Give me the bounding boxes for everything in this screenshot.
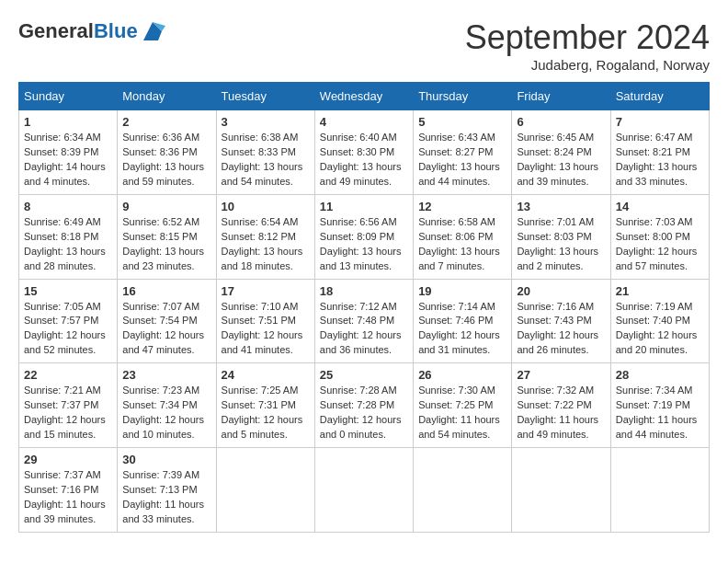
day-number: 11 xyxy=(320,200,408,213)
day-number: 20 xyxy=(517,284,605,298)
calendar-cell xyxy=(414,448,512,533)
calendar-cell xyxy=(512,448,610,533)
day-info: Sunrise: 7:14 AM Sunset: 7:46 PM Dayligh… xyxy=(418,300,506,359)
calendar-table: SundayMondayTuesdayWednesdayThursdayFrid… xyxy=(18,82,710,533)
day-info: Sunrise: 6:40 AM Sunset: 8:30 PM Dayligh… xyxy=(320,131,408,190)
day-info: Sunrise: 6:43 AM Sunset: 8:27 PM Dayligh… xyxy=(418,131,506,190)
day-info: Sunrise: 7:03 AM Sunset: 8:00 PM Dayligh… xyxy=(616,215,704,274)
day-number: 26 xyxy=(418,368,506,382)
day-info: Sunrise: 7:10 AM Sunset: 7:51 PM Dayligh… xyxy=(222,300,310,359)
day-number: 13 xyxy=(517,200,605,213)
calendar-week-row: 1Sunrise: 6:34 AM Sunset: 8:39 PM Daylig… xyxy=(19,110,710,195)
calendar-week-row: 15Sunrise: 7:05 AM Sunset: 7:57 PM Dayli… xyxy=(19,279,710,363)
calendar-cell: 16Sunrise: 7:07 AM Sunset: 7:54 PM Dayli… xyxy=(118,279,216,363)
day-info: Sunrise: 6:38 AM Sunset: 8:33 PM Dayligh… xyxy=(222,131,310,190)
weekday-header-sunday: Sunday xyxy=(19,83,118,110)
calendar-cell: 3Sunrise: 6:38 AM Sunset: 8:33 PM Daylig… xyxy=(216,110,314,195)
day-number: 24 xyxy=(222,368,310,382)
day-info: Sunrise: 6:49 AM Sunset: 8:18 PM Dayligh… xyxy=(24,215,112,274)
day-info: Sunrise: 7:01 AM Sunset: 8:03 PM Dayligh… xyxy=(517,215,605,274)
day-info: Sunrise: 6:34 AM Sunset: 8:39 PM Dayligh… xyxy=(24,131,112,190)
calendar-cell: 10Sunrise: 6:54 AM Sunset: 8:12 PM Dayli… xyxy=(216,194,314,279)
logo-blue: Blue xyxy=(94,19,138,42)
day-info: Sunrise: 7:05 AM Sunset: 7:57 PM Dayligh… xyxy=(24,300,112,359)
day-number: 30 xyxy=(122,453,210,466)
calendar-cell: 24Sunrise: 7:25 AM Sunset: 7:31 PM Dayli… xyxy=(216,363,314,448)
day-info: Sunrise: 6:36 AM Sunset: 8:36 PM Dayligh… xyxy=(122,131,210,190)
day-info: Sunrise: 6:47 AM Sunset: 8:21 PM Dayligh… xyxy=(616,131,704,190)
calendar-cell: 7Sunrise: 6:47 AM Sunset: 8:21 PM Daylig… xyxy=(610,110,709,195)
calendar-cell: 19Sunrise: 7:14 AM Sunset: 7:46 PM Dayli… xyxy=(414,279,512,363)
logo: GeneralBlue xyxy=(18,18,165,44)
day-number: 17 xyxy=(222,284,310,298)
calendar-cell: 28Sunrise: 7:34 AM Sunset: 7:19 PM Dayli… xyxy=(610,363,709,448)
calendar-header-row: SundayMondayTuesdayWednesdayThursdayFrid… xyxy=(19,83,710,110)
day-number: 23 xyxy=(122,368,210,382)
day-info: Sunrise: 7:12 AM Sunset: 7:48 PM Dayligh… xyxy=(320,300,408,359)
day-number: 14 xyxy=(616,200,704,213)
calendar-cell xyxy=(314,448,413,533)
day-number: 2 xyxy=(122,115,210,129)
calendar-cell: 5Sunrise: 6:43 AM Sunset: 8:27 PM Daylig… xyxy=(414,110,512,195)
page-header: GeneralBlue September 2024 Judaberg, Rog… xyxy=(18,18,710,73)
day-number: 8 xyxy=(24,200,112,213)
calendar-cell: 14Sunrise: 7:03 AM Sunset: 8:00 PM Dayli… xyxy=(610,194,709,279)
weekday-header-tuesday: Tuesday xyxy=(216,83,314,110)
day-info: Sunrise: 7:32 AM Sunset: 7:22 PM Dayligh… xyxy=(517,384,605,442)
calendar-cell: 18Sunrise: 7:12 AM Sunset: 7:48 PM Dayli… xyxy=(314,279,413,363)
day-info: Sunrise: 7:25 AM Sunset: 7:31 PM Dayligh… xyxy=(222,384,310,442)
month-title: September 2024 xyxy=(465,18,710,57)
calendar-cell: 22Sunrise: 7:21 AM Sunset: 7:37 PM Dayli… xyxy=(19,363,118,448)
calendar-cell: 17Sunrise: 7:10 AM Sunset: 7:51 PM Dayli… xyxy=(216,279,314,363)
logo-icon xyxy=(140,18,165,44)
calendar-cell: 25Sunrise: 7:28 AM Sunset: 7:28 PM Dayli… xyxy=(314,363,413,448)
calendar-cell: 20Sunrise: 7:16 AM Sunset: 7:43 PM Dayli… xyxy=(512,279,610,363)
day-number: 22 xyxy=(24,368,112,382)
calendar-cell: 8Sunrise: 6:49 AM Sunset: 8:18 PM Daylig… xyxy=(19,194,118,279)
weekday-header-friday: Friday xyxy=(512,83,610,110)
day-number: 12 xyxy=(418,200,506,213)
day-number: 18 xyxy=(320,284,408,298)
day-number: 10 xyxy=(222,200,310,213)
location-subtitle: Judaberg, Rogaland, Norway xyxy=(465,57,710,73)
day-number: 21 xyxy=(616,284,704,298)
day-number: 29 xyxy=(24,453,112,466)
day-info: Sunrise: 7:07 AM Sunset: 7:54 PM Dayligh… xyxy=(122,300,210,359)
day-info: Sunrise: 7:39 AM Sunset: 7:13 PM Dayligh… xyxy=(122,468,210,527)
day-info: Sunrise: 7:23 AM Sunset: 7:34 PM Dayligh… xyxy=(122,384,210,442)
day-number: 7 xyxy=(616,115,704,129)
logo-general: General xyxy=(18,19,94,42)
title-block: September 2024 Judaberg, Rogaland, Norwa… xyxy=(465,18,710,73)
day-number: 25 xyxy=(320,368,408,382)
day-number: 27 xyxy=(517,368,605,382)
day-info: Sunrise: 7:21 AM Sunset: 7:37 PM Dayligh… xyxy=(24,384,112,442)
calendar-week-row: 29Sunrise: 7:37 AM Sunset: 7:16 PM Dayli… xyxy=(19,448,710,533)
weekday-header-wednesday: Wednesday xyxy=(314,83,413,110)
day-number: 3 xyxy=(222,115,310,129)
day-info: Sunrise: 6:54 AM Sunset: 8:12 PM Dayligh… xyxy=(222,215,310,274)
day-number: 16 xyxy=(122,284,210,298)
calendar-cell: 9Sunrise: 6:52 AM Sunset: 8:15 PM Daylig… xyxy=(118,194,216,279)
calendar-cell: 27Sunrise: 7:32 AM Sunset: 7:22 PM Dayli… xyxy=(512,363,610,448)
day-info: Sunrise: 7:37 AM Sunset: 7:16 PM Dayligh… xyxy=(24,468,112,527)
day-number: 15 xyxy=(24,284,112,298)
calendar-cell: 1Sunrise: 6:34 AM Sunset: 8:39 PM Daylig… xyxy=(19,110,118,195)
day-info: Sunrise: 7:28 AM Sunset: 7:28 PM Dayligh… xyxy=(320,384,408,442)
calendar-cell: 15Sunrise: 7:05 AM Sunset: 7:57 PM Dayli… xyxy=(19,279,118,363)
day-info: Sunrise: 7:34 AM Sunset: 7:19 PM Dayligh… xyxy=(616,384,704,442)
day-number: 28 xyxy=(616,368,704,382)
weekday-header-thursday: Thursday xyxy=(414,83,512,110)
day-number: 4 xyxy=(320,115,408,129)
calendar-cell: 2Sunrise: 6:36 AM Sunset: 8:36 PM Daylig… xyxy=(118,110,216,195)
calendar-cell: 29Sunrise: 7:37 AM Sunset: 7:16 PM Dayli… xyxy=(19,448,118,533)
day-number: 6 xyxy=(517,115,605,129)
day-number: 5 xyxy=(418,115,506,129)
day-number: 1 xyxy=(24,115,112,129)
calendar-week-row: 22Sunrise: 7:21 AM Sunset: 7:37 PM Dayli… xyxy=(19,363,710,448)
day-info: Sunrise: 6:52 AM Sunset: 8:15 PM Dayligh… xyxy=(122,215,210,274)
weekday-header-saturday: Saturday xyxy=(610,83,709,110)
calendar-cell: 26Sunrise: 7:30 AM Sunset: 7:25 PM Dayli… xyxy=(414,363,512,448)
calendar-cell: 11Sunrise: 6:56 AM Sunset: 8:09 PM Dayli… xyxy=(314,194,413,279)
logo-text: GeneralBlue xyxy=(18,19,138,43)
calendar-week-row: 8Sunrise: 6:49 AM Sunset: 8:18 PM Daylig… xyxy=(19,194,710,279)
